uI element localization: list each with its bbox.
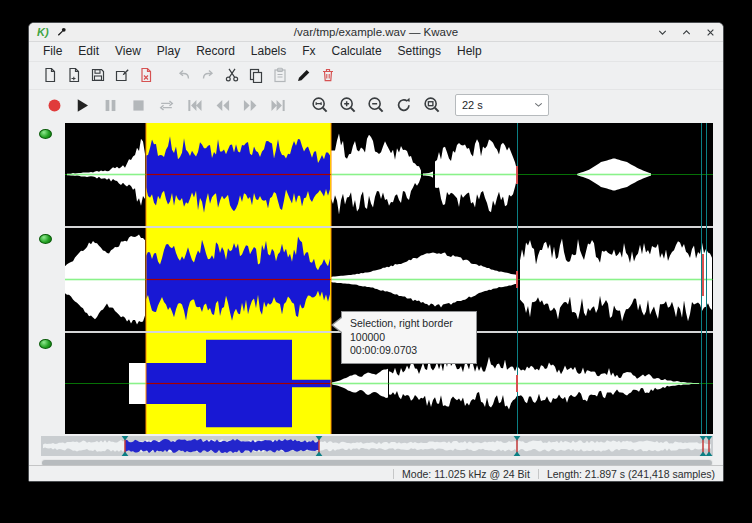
zoom-all-button[interactable] [419,92,445,118]
doc-new-icon [42,67,58,83]
zoom-revert-button[interactable] [391,92,417,118]
waveform-selected [146,237,330,321]
title-bar: K) /var/tmp/example.wav — Kwave [29,23,723,42]
playback-cursor-mark [702,254,704,296]
zoom-revert-icon [395,96,413,114]
save-icon [90,67,106,83]
playback-cursor-mark [516,271,518,288]
redo-button[interactable] [197,64,219,86]
zoom-selection-button[interactable] [307,92,333,118]
menu-labels[interactable]: Labels [243,42,294,60]
skip-last-button[interactable] [265,92,291,118]
save-as-icon [114,67,130,83]
minimize-icon[interactable] [655,25,669,39]
cut-button[interactable] [221,64,243,86]
zoom-level-combobox[interactable]: 22 s [455,94,549,116]
selection-left-border[interactable] [146,228,147,331]
playback-cursor-mark [516,166,518,184]
close-icon[interactable] [703,25,717,39]
cut-icon [224,67,240,83]
tooltip-line-2: 100000 [350,331,468,345]
undo-button[interactable] [173,64,195,86]
eraser-button[interactable] [293,64,315,86]
record-button[interactable] [41,92,67,118]
track-canvas-1[interactable] [65,123,713,226]
stop-button[interactable] [125,92,151,118]
next-icon [270,97,287,114]
zoom-out-button[interactable] [363,92,389,118]
file-toolbar [29,61,723,90]
zero-line-selected [146,383,331,384]
trash-icon [320,67,336,83]
menu-view[interactable]: View [107,42,149,60]
zoom-in-button[interactable] [335,92,361,118]
menu-play[interactable]: Play [149,42,188,60]
file-close-button[interactable] [135,64,157,86]
copy-button[interactable] [245,64,267,86]
window-controls [655,23,717,41]
selection-tooltip: Selection, right border 100000 00:00:09.… [341,311,477,364]
zoom-all-icon [423,96,441,114]
zoom-in-icon [339,96,357,114]
playback-cursor-mark [516,375,518,392]
selection-left-border[interactable] [146,123,147,226]
file-save-as-button[interactable] [111,64,133,86]
menu-file[interactable]: File [35,42,70,60]
track-1-led-button[interactable] [39,129,52,139]
main-area: Selection, right border 100000 00:00:09.… [29,121,723,467]
window-title: /var/tmp/example.wav — Kwave [29,26,723,38]
selection-right-border[interactable] [331,123,332,226]
loop-icon [158,97,175,114]
copy-icon [248,67,264,83]
tooltip-line-3: 00:00:09.0703 [350,344,468,358]
file-open-button[interactable] [63,64,85,86]
status-bar: Mode: 11.025 kHz @ 24 Bit Length: 21.897… [29,465,723,481]
screen-background: K) /var/tmp/example.wav — Kwave FileEdit… [0,0,752,523]
menu-settings[interactable]: Settings [390,42,449,60]
skip-first-button[interactable] [181,92,207,118]
loop-button[interactable] [153,92,179,118]
overview-canvas[interactable] [41,436,713,456]
doc-open-icon [66,67,82,83]
track-2-led-button[interactable] [39,234,52,244]
rewind-icon [214,97,231,114]
zoom-out-icon [367,96,385,114]
prev-icon [186,97,203,114]
selection-left-border[interactable] [146,333,147,434]
file-save-button[interactable] [87,64,109,86]
tooltip-line-1: Selection, right border [350,317,468,331]
selection-right-border[interactable] [331,333,332,434]
rewind-button[interactable] [209,92,235,118]
menu-edit[interactable]: Edit [70,42,107,60]
menu-bar: FileEditViewPlayRecordLabelsFxCalculateS… [29,41,723,62]
file-new-button[interactable] [39,64,61,86]
overview-strip[interactable] [41,436,713,456]
pause-icon [102,97,119,114]
paste-icon [272,67,288,83]
forward-icon [242,97,259,114]
pause-button[interactable] [97,92,123,118]
paste-button[interactable] [269,64,291,86]
maximize-icon[interactable] [679,25,693,39]
forward-button[interactable] [237,92,263,118]
redo-icon [200,67,216,83]
delete-button[interactable] [317,64,339,86]
zoom-level-value: 22 s [462,99,483,111]
play-button[interactable] [69,92,95,118]
playback-toolbar: 22 s [29,89,723,121]
menu-record[interactable]: Record [188,42,243,60]
play-icon [74,97,91,114]
status-mode: Mode: 11.025 kHz @ 24 Bit [402,468,530,480]
label-line[interactable] [706,123,707,434]
selection-right-border[interactable] [331,228,332,331]
track-3-led-button[interactable] [39,339,52,349]
doc-close-icon [138,67,154,83]
menu-fx[interactable]: Fx [294,42,323,60]
zero-line-selected [146,279,331,280]
menu-help[interactable]: Help [449,42,490,60]
menu-calculate[interactable]: Calculate [324,42,390,60]
eraser-icon [296,67,312,83]
zoom-sel-icon [311,96,329,114]
signal-view[interactable] [65,123,713,434]
status-length: Length: 21.897 s (241,418 samples) [547,468,715,480]
